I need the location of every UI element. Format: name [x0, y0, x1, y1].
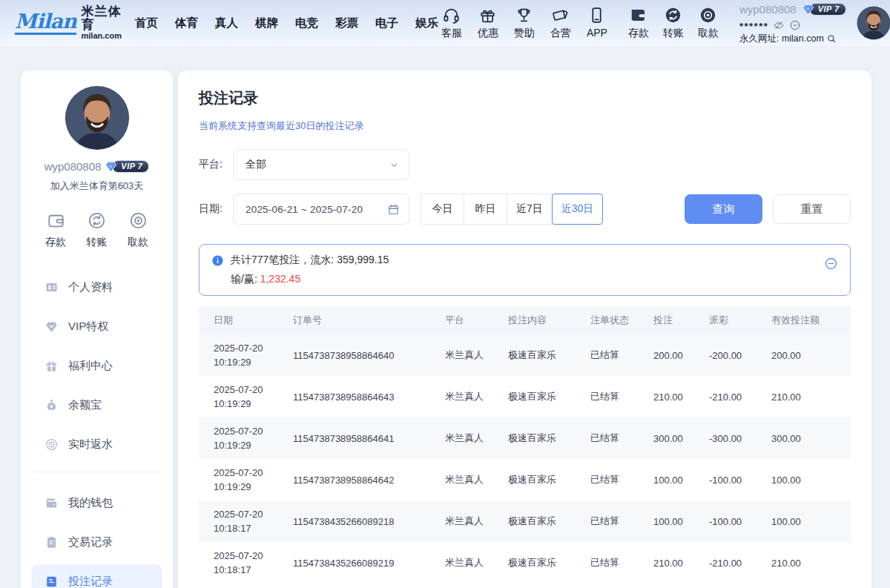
quick-range-button[interactable]: 昨日 [464, 194, 507, 225]
cell-valid-amount: 100.00 [771, 475, 851, 486]
rebate-icon [44, 437, 59, 452]
sidebar-menu-item[interactable]: 投注记录 [31, 564, 162, 588]
wallet-icon [44, 496, 59, 510]
search-icon[interactable] [826, 33, 837, 44]
cell-payout: -200.00 [709, 350, 771, 361]
avatar-photo [857, 6, 890, 40]
quick-range-group: 今日昨日近7日近30日 [421, 194, 603, 225]
navbar-icon-item[interactable]: 赞助 [511, 6, 538, 40]
info-icon [211, 254, 224, 267]
navbar-wallet-items: 存款 转账 取款 [625, 6, 722, 40]
cell-bet-content: 极速百家乐 [508, 515, 590, 528]
date-range-value: 2025-06-21 ~ 2025-07-20 [245, 204, 387, 215]
sidebar-menu-label: 实时返水 [68, 437, 113, 452]
table-row: 2025-07-20 10:18:17 1154738435266089218 … [199, 501, 851, 542]
reset-button[interactable]: 重置 [773, 194, 851, 224]
cell-status: 已结算 [590, 348, 653, 362]
navbar-wallet-label: 存款 [628, 27, 649, 40]
partner-icon [551, 6, 570, 24]
sidebar-menu-item[interactable]: 个人资料 [31, 270, 162, 304]
cell-bet-content: 极速百家乐 [508, 556, 590, 569]
username: wyp080808 [44, 160, 102, 173]
bet-records-table: 日期订单号平台投注内容注单状态投注派彩有效投注额 2025-07-20 10:1… [199, 306, 851, 584]
username: wyp080808 [739, 4, 797, 15]
navbar-icon-item[interactable]: 客服 [438, 6, 465, 40]
table-header-row: 日期订单号平台投注内容注单状态投注派彩有效投注额 [199, 306, 851, 334]
quick-range-button[interactable]: 近30日 [552, 194, 604, 225]
nav-link[interactable]: 真人 [215, 16, 238, 31]
deposit-outline-icon [46, 211, 66, 231]
table-header-cell: 投注 [653, 314, 709, 327]
nav-link[interactable]: 电竞 [295, 16, 318, 31]
eye-off-icon[interactable] [773, 19, 785, 31]
cell-date: 2025-07-20 10:19:29 [214, 341, 293, 370]
sidebar-menu-item[interactable]: 福利中心 [31, 348, 162, 383]
platform-label: 平台: [199, 158, 233, 171]
nav-link[interactable]: 电子 [375, 16, 398, 31]
cell-platform: 米兰真人 [445, 473, 508, 486]
sidebar-menu-item[interactable]: 实时返水 [31, 427, 162, 461]
minus-circle-icon[interactable] [824, 257, 838, 271]
logo-cn-name: 米兰体育 [82, 5, 122, 32]
cell-date: 2025-07-20 10:19:29 [214, 383, 293, 412]
nav-link[interactable]: 棋牌 [255, 16, 278, 31]
sidebar-menu-label: 投注记录 [68, 575, 113, 588]
sidebar-menu-item[interactable]: VIP特权 [31, 309, 162, 343]
sidebar-menu-item[interactable]: 交易记录 [31, 525, 162, 559]
table-header-cell: 有效投注额 [771, 314, 851, 327]
table-row: 2025-07-20 10:19:29 1154738738958864640 … [199, 334, 851, 376]
cell-order-number: 1154738738958864643 [293, 392, 445, 403]
nav-link[interactable]: 体育 [175, 16, 198, 31]
platform-select[interactable]: 全部 [233, 149, 409, 180]
quick-action-item[interactable]: 取款 [119, 211, 156, 249]
chevron-down-icon [389, 159, 400, 171]
cell-payout: -210.00 [709, 558, 771, 569]
navbar-wallet-item[interactable]: 转账 [660, 6, 687, 40]
transfer-dark-icon [664, 6, 682, 24]
platform-select-value: 全部 [245, 158, 389, 171]
nav-link[interactable]: 彩票 [335, 16, 358, 31]
quick-action-label: 取款 [128, 236, 148, 249]
logo-domain: milan.com [82, 32, 122, 41]
avatar[interactable] [857, 6, 890, 40]
cell-payout: -100.00 [709, 516, 771, 527]
nav-link[interactable]: 娱乐 [415, 16, 438, 31]
search-button[interactable]: 查询 [685, 194, 762, 224]
cell-platform: 米兰真人 [445, 556, 508, 569]
cell-date: 2025-07-20 10:19:29 [214, 424, 293, 453]
chevron-circle-icon[interactable] [789, 19, 801, 31]
site-logo[interactable]: Milan 米兰体育 milan.com [15, 5, 122, 40]
cell-order-number: 1154738738958864641 [293, 433, 445, 444]
summary-total-text: 共计777笔投注，流水: 359,999.15 [231, 254, 824, 267]
navbar-icon-item[interactable]: APP [584, 6, 610, 40]
cell-bet-amount: 210.00 [653, 392, 709, 403]
avatar[interactable] [65, 85, 130, 151]
permanent-url: 永久网址: milan.com [739, 34, 824, 44]
quick-range-button[interactable]: 近7日 [507, 194, 553, 225]
profile-sidebar: wyp080808 VIP 7 加入米兰体育第603天 存款 转账 取款 [21, 70, 173, 588]
welfare-icon [44, 359, 59, 373]
cell-order-number: 1154738738958864640 [293, 350, 445, 361]
cell-valid-amount: 300.00 [771, 433, 851, 444]
quick-action-item[interactable]: 存款 [37, 211, 74, 249]
quick-action-item[interactable]: 转账 [79, 211, 116, 249]
table-header-cell: 派彩 [709, 314, 771, 327]
sidebar-divider [34, 472, 159, 472]
navbar-wallet-item[interactable]: 存款 [625, 6, 652, 40]
nav-link[interactable]: 首页 [135, 16, 158, 31]
withdraw-outline-icon [128, 211, 148, 231]
loss-win-value: 1,232.45 [260, 273, 301, 285]
sidebar-menu-label: 福利中心 [68, 359, 113, 373]
navbar-icon-item[interactable]: 合营 [547, 6, 574, 40]
navbar-user-block: wyp080808 VIP 7 ****** 永久网址: milan.com [739, 2, 846, 44]
quick-range-button[interactable]: 今日 [421, 194, 464, 225]
date-range-input[interactable]: 2025-06-21 ~ 2025-07-20 [233, 194, 409, 225]
navbar-wallet-item[interactable]: 取款 [695, 6, 722, 40]
transfer-outline-icon [87, 211, 107, 231]
top-navbar: Milan 米兰体育 milan.com 首页体育真人棋牌电竞彩票电子娱乐 客服… [0, 0, 890, 46]
navbar-icon-item[interactable]: 优惠 [475, 6, 501, 40]
cell-valid-amount: 100.00 [771, 516, 851, 527]
sidebar-menu-item[interactable]: 余额宝 [31, 388, 162, 422]
calendar-icon [387, 203, 400, 216]
sidebar-menu-item[interactable]: 我的钱包 [31, 486, 162, 520]
